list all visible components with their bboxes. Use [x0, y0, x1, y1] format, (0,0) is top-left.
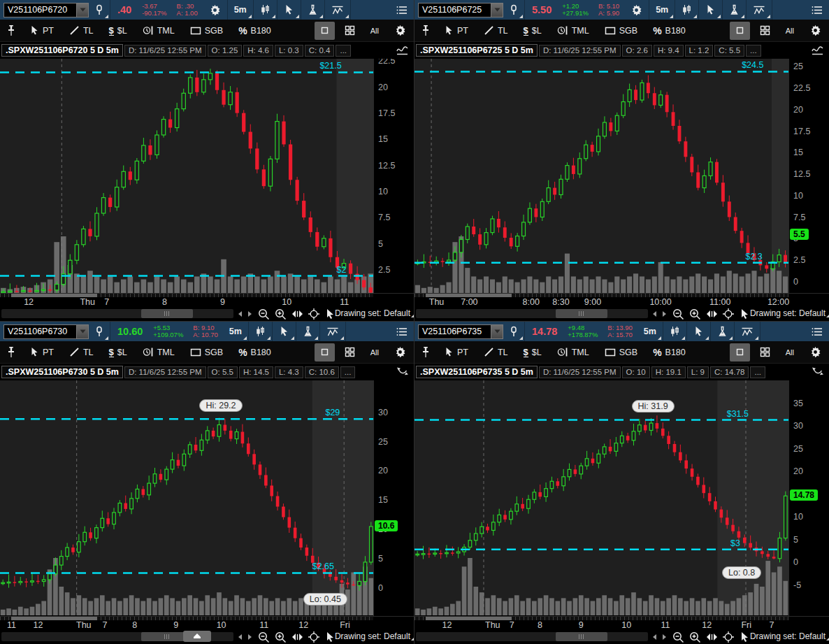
- zoom-in-button[interactable]: [687, 308, 702, 320]
- price-axis[interactable]: 2522.52017.51512.5107.552.505.5: [788, 59, 829, 293]
- tml-tool-button[interactable]: TML: [552, 22, 595, 40]
- chart-menu-button[interactable]: [390, 0, 414, 20]
- patterns-button[interactable]: [325, 0, 351, 20]
- scrollbar-thumb[interactable]: [141, 309, 193, 318]
- pan-mode-button[interactable]: [704, 631, 719, 643]
- grid-layout-button[interactable]: [754, 22, 776, 40]
- interval-button[interactable]: 5m: [649, 0, 675, 20]
- chart-menu-button[interactable]: [805, 0, 829, 20]
- price-chart-canvas[interactable]: $31.5$3: [414, 380, 788, 615]
- studies-flask-button[interactable]: [723, 0, 747, 20]
- scrollbar-thumb[interactable]: [556, 309, 607, 318]
- step-right-button[interactable]: [659, 631, 669, 643]
- b180-tool-button[interactable]: % B180: [233, 22, 277, 40]
- restore-curve-corner-icon[interactable]: [811, 366, 825, 378]
- chart-menu-button[interactable]: [805, 322, 829, 341]
- pt-tool-button[interactable]: PT: [439, 343, 474, 362]
- drawing-set-selector[interactable]: Drawing set: Default: [335, 308, 410, 318]
- pan-mode-button[interactable]: [289, 631, 305, 643]
- overview-strip[interactable]: [414, 617, 788, 620]
- price-axis[interactable]: 30252015105010.6: [373, 380, 414, 616]
- time-axis[interactable]: 1112Thu789101112Fri: [0, 616, 414, 630]
- chart-type-button[interactable]: [254, 0, 277, 20]
- chart-scrollbar[interactable]: [416, 632, 648, 641]
- chart-scrollbar[interactable]: [416, 309, 648, 318]
- price-axis[interactable]: 22.52017.51512.5107.552.5: [373, 59, 414, 293]
- symbol-value[interactable]: V251106P6735: [419, 325, 491, 338]
- drawing-set-selector[interactable]: Drawing set: Default: [750, 308, 826, 318]
- b180-tool-button[interactable]: % B180: [647, 22, 691, 40]
- ohlc-more-button[interactable]: ...: [336, 45, 351, 57]
- sgb-tool-button[interactable]: SGB: [185, 343, 229, 362]
- patterns-button[interactable]: [735, 322, 760, 341]
- all-charts-button[interactable]: All: [365, 22, 384, 40]
- tml-tool-button[interactable]: TML: [137, 22, 180, 40]
- zoom-out-button[interactable]: [256, 308, 271, 320]
- sl-tool-button[interactable]: $ $L: [518, 343, 547, 362]
- zoom-in-button[interactable]: [273, 308, 288, 320]
- restore-curve-corner-icon[interactable]: [396, 366, 410, 378]
- cursor-tool-button[interactable]: [687, 322, 711, 341]
- studies-flask-button[interactable]: [711, 322, 735, 341]
- zoom-out-button[interactable]: [256, 631, 271, 643]
- grid-layout-button[interactable]: [339, 343, 361, 362]
- chart-type-button[interactable]: [675, 0, 699, 20]
- chart-menu-button[interactable]: [390, 322, 414, 341]
- time-axis[interactable]: Thu7:008:008:309:0010:0011:0012:00: [414, 293, 829, 307]
- toolbar-settings-button[interactable]: [389, 22, 412, 40]
- symbol-dropdown-button[interactable]: [76, 325, 88, 338]
- crosshair-mode-button[interactable]: [306, 308, 322, 320]
- scrollbar-thumb[interactable]: [556, 632, 607, 641]
- link-charts-button[interactable]: [503, 322, 525, 341]
- ohlc-more-button[interactable]: ...: [746, 45, 761, 57]
- cursor-tool-button[interactable]: [277, 0, 301, 20]
- symbol-value[interactable]: V251106P6725: [419, 3, 491, 17]
- expand-chart-button[interactable]: [183, 631, 211, 642]
- zoom-in-button[interactable]: [273, 631, 288, 643]
- studies-flask-button[interactable]: [296, 322, 320, 341]
- all-charts-button[interactable]: All: [780, 343, 800, 362]
- overview-strip[interactable]: [0, 294, 373, 297]
- step-left-button[interactable]: [649, 308, 659, 320]
- tl-tool-button[interactable]: TL: [478, 343, 514, 362]
- interval-button[interactable]: 5m: [637, 322, 663, 341]
- chart-type-button[interactable]: [663, 322, 687, 341]
- single-chart-layout-button[interactable]: [730, 343, 750, 362]
- time-axis[interactable]: 12Thu7891011: [0, 293, 414, 307]
- link-charts-button[interactable]: [89, 0, 110, 20]
- symbol-input[interactable]: V251106P6735: [418, 324, 503, 339]
- pin-toolbar-button[interactable]: [2, 22, 20, 40]
- pt-tool-button[interactable]: PT: [24, 343, 59, 362]
- toolbar-settings-button[interactable]: [389, 343, 412, 362]
- step-right-button[interactable]: [245, 631, 254, 643]
- pin-toolbar-button[interactable]: [417, 22, 435, 40]
- b180-tool-button[interactable]: % B180: [647, 343, 691, 362]
- chart-style-corner-icon[interactable]: [396, 45, 410, 56]
- chart-plot-area[interactable]: $24.5$2.3 2522.52017.51512.5107.552.505.…: [414, 59, 829, 293]
- sgb-tool-button[interactable]: SGB: [599, 343, 643, 362]
- pin-toolbar-button[interactable]: [417, 343, 435, 362]
- step-right-button[interactable]: [245, 308, 254, 320]
- studies-flask-button[interactable]: [301, 0, 325, 20]
- symbol-dropdown-button[interactable]: [491, 3, 503, 17]
- all-charts-button[interactable]: All: [365, 343, 384, 362]
- price-chart-canvas[interactable]: $24.5$2.3: [414, 59, 788, 293]
- step-left-button[interactable]: [235, 308, 245, 320]
- sl-tool-button[interactable]: $ $L: [518, 22, 547, 40]
- step-right-button[interactable]: [659, 308, 669, 320]
- symbol-input[interactable]: V251106P6725: [418, 3, 503, 17]
- cursor-tool-button[interactable]: [273, 322, 296, 341]
- sgb-tool-button[interactable]: SGB: [599, 22, 643, 40]
- link-charts-button[interactable]: [89, 322, 110, 341]
- grid-layout-button[interactable]: [754, 343, 776, 362]
- crosshair-mode-button[interactable]: [721, 631, 736, 643]
- interval-button[interactable]: 5m: [223, 322, 249, 341]
- chart-settings-button[interactable]: [203, 0, 228, 20]
- price-axis[interactable]: 35302520151050-514.78: [788, 380, 829, 616]
- drawing-set-selector[interactable]: Drawing set: Default: [750, 631, 826, 641]
- patterns-button[interactable]: [747, 0, 772, 20]
- sgb-tool-button[interactable]: SGB: [185, 22, 229, 40]
- single-chart-layout-button[interactable]: [315, 343, 335, 362]
- zoom-out-button[interactable]: [670, 308, 686, 320]
- patterns-button[interactable]: [320, 322, 346, 341]
